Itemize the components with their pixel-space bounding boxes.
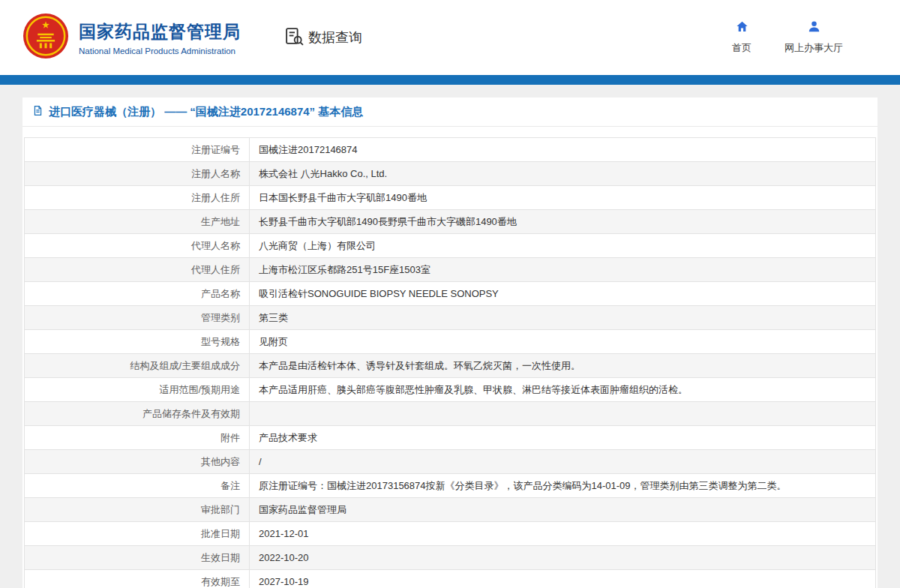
row-label: 其他内容 — [25, 450, 250, 474]
table-row: 代理人名称八光商贸（上海）有限公司 — [25, 234, 876, 258]
org-name-en: National Medical Products Administration — [79, 46, 241, 56]
row-value: 2021-12-01 — [250, 522, 876, 546]
org-name-cn: 国家药品监督管理局 — [79, 20, 241, 44]
top-nav: 首页 网上办事大厅 — [732, 20, 843, 55]
row-value: 2027-10-19 — [250, 570, 876, 588]
row-value: 国家药品监督管理局 — [250, 498, 876, 522]
info-table-body: 注册证编号国械注进20172146874注册人名称株式会社 八光Hakko Co… — [25, 138, 876, 588]
nav-item-label: 网上办事大厅 — [784, 41, 843, 55]
table-row: 结构及组成/主要组成成分本产品是由活检针本体、诱导针及针套组成。环氧乙烷灭菌，一… — [25, 354, 876, 378]
data-query-entry[interactable]: 数据查询 — [284, 26, 362, 50]
row-value: 国械注进20172146874 — [250, 138, 876, 162]
user-icon — [808, 20, 820, 36]
table-row: 管理类别第三类 — [25, 306, 876, 330]
nav-item-service-hall[interactable]: 网上办事大厅 — [784, 20, 843, 55]
table-row: 产品名称吸引活检针SONOGUIDE BIOPSY NEEDLE SONOPSY — [25, 282, 876, 306]
row-label: 附件 — [25, 426, 250, 450]
table-row: 生产地址长野县千曲市大字矶部1490長野県千曲市大字磯部1490番地 — [25, 210, 876, 234]
row-value: 2022-10-20 — [250, 546, 876, 570]
row-value — [250, 402, 876, 426]
top-header: 国家药品监督管理局 National Medical Products Admi… — [0, 0, 900, 75]
row-value: 日本国长野县千曲市大字矶部1490番地 — [250, 186, 876, 210]
registration-info-table: 注册证编号国械注进20172146874注册人名称株式会社 八光Hakko Co… — [24, 137, 876, 588]
row-label: 生效日期 — [25, 546, 250, 570]
row-label: 型号规格 — [25, 330, 250, 354]
row-label: 有效期至 — [25, 570, 250, 588]
table-row: 批准日期2021-12-01 — [25, 522, 876, 546]
table-row: 代理人住所上海市松江区乐都路251号15F座1503室 — [25, 258, 876, 282]
row-label: 产品名称 — [25, 282, 250, 306]
row-label: 生产地址 — [25, 210, 250, 234]
table-row: 适用范围/预期用途本产品适用肝癌、胰头部癌等腹部恶性肿瘤及乳腺、甲状腺、淋巴结等… — [25, 378, 876, 402]
site-logo[interactable]: 国家药品监督管理局 National Medical Products Admi… — [22, 13, 241, 62]
national-emblem-icon — [22, 13, 69, 62]
table-row: 其他内容/ — [25, 450, 876, 474]
header-divider-bar — [0, 75, 900, 85]
row-label: 管理类别 — [25, 306, 250, 330]
row-value: / — [250, 450, 876, 474]
home-icon — [736, 20, 748, 36]
table-row: 附件产品技术要求 — [25, 426, 876, 450]
row-label: 结构及组成/主要组成成分 — [25, 354, 250, 378]
table-row: 产品储存条件及有效期 — [25, 402, 876, 426]
row-label: 备注 — [25, 474, 250, 498]
document-icon — [32, 105, 44, 119]
card-header: 进口医疗器械（注册） —— “国械注进20172146874” 基本信息 — [22, 98, 878, 127]
table-row: 注册证编号国械注进20172146874 — [25, 138, 876, 162]
nav-item-label: 首页 — [732, 41, 752, 55]
table-row: 备注原注册证编号：国械注进20173156874按新《分类目录》，该产品分类编码… — [25, 474, 876, 498]
table-row: 注册人名称株式会社 八光Hakko Co., Ltd. — [25, 162, 876, 186]
table-row: 生效日期2022-10-20 — [25, 546, 876, 570]
row-value: 原注册证编号：国械注进20173156874按新《分类目录》，该产品分类编码为1… — [250, 474, 876, 498]
row-label: 注册人住所 — [25, 186, 250, 210]
table-row: 有效期至2027-10-19 — [25, 570, 876, 588]
row-value: 长野县千曲市大字矶部1490長野県千曲市大字磯部1490番地 — [250, 210, 876, 234]
row-value: 产品技术要求 — [250, 426, 876, 450]
row-label: 批准日期 — [25, 522, 250, 546]
row-label: 注册人名称 — [25, 162, 250, 186]
row-label: 审批部门 — [25, 498, 250, 522]
row-label: 注册证编号 — [25, 138, 250, 162]
row-value: 八光商贸（上海）有限公司 — [250, 234, 876, 258]
row-value: 第三类 — [250, 306, 876, 330]
data-query-label: 数据查询 — [308, 28, 362, 46]
row-label: 代理人住所 — [25, 258, 250, 282]
row-label: 代理人名称 — [25, 234, 250, 258]
row-value: 株式会社 八光Hakko Co., Ltd. — [250, 162, 876, 186]
row-value: 见附页 — [250, 330, 876, 354]
table-row: 型号规格见附页 — [25, 330, 876, 354]
row-label: 适用范围/预期用途 — [25, 378, 250, 402]
nav-item-home[interactable]: 首页 — [732, 20, 752, 55]
info-card: 进口医疗器械（注册） —— “国械注进20172146874” 基本信息 注册证… — [22, 98, 878, 588]
table-row: 注册人住所日本国长野县千曲市大字矶部1490番地 — [25, 186, 876, 210]
row-value: 本产品是由活检针本体、诱导针及针套组成。环氧乙烷灭菌，一次性使用。 — [250, 354, 876, 378]
row-value: 吸引活检针SONOGUIDE BIOPSY NEEDLE SONOPSY — [250, 282, 876, 306]
row-label: 产品储存条件及有效期 — [25, 402, 250, 426]
table-row: 审批部门国家药品监督管理局 — [25, 498, 876, 522]
row-value: 上海市松江区乐都路251号15F座1503室 — [250, 258, 876, 282]
page-title: 进口医疗器械（注册） —— “国械注进20172146874” 基本信息 — [49, 105, 363, 119]
row-value: 本产品适用肝癌、胰头部癌等腹部恶性肿瘤及乳腺、甲状腺、淋巴结等接近体表面肿瘤组织… — [250, 378, 876, 402]
data-query-icon — [284, 26, 304, 50]
